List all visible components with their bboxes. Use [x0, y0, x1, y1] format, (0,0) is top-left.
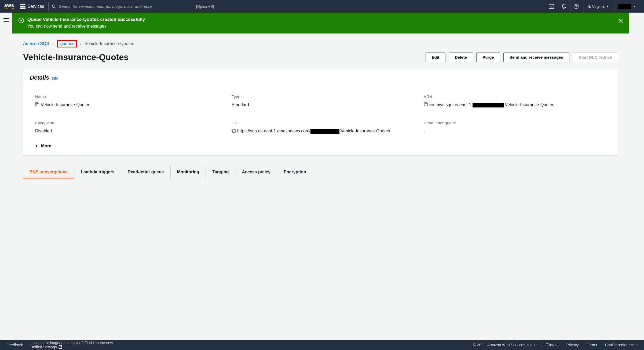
name-value: Vehicle-Insurance-Quotes	[41, 102, 90, 108]
details-heading: Details	[30, 74, 49, 81]
chevron-down-icon	[633, 5, 636, 8]
svg-line-1	[55, 7, 56, 8]
url-label: URL	[232, 121, 407, 125]
more-label: More	[41, 144, 51, 148]
tab-dead-letter-queue[interactable]: Dead-letter queue	[121, 166, 171, 178]
copy-url-button[interactable]	[232, 129, 236, 133]
tab-monitoring[interactable]: Monitoring	[171, 166, 206, 178]
svg-point-0	[52, 5, 55, 8]
search-input[interactable]	[59, 4, 193, 9]
tab-encryption[interactable]: Encryption	[277, 166, 313, 178]
search-shortcut: [Option+S]	[196, 4, 214, 9]
tab-tagging[interactable]: Tagging	[206, 166, 235, 178]
tab-lambda-triggers[interactable]: Lambda triggers	[74, 166, 121, 178]
user-name-redacted	[618, 4, 631, 9]
url-account-redacted	[310, 129, 339, 134]
user-menu[interactable]	[614, 0, 640, 13]
dlq-label: Dead-letter queue	[424, 121, 606, 125]
bell-icon	[561, 4, 566, 9]
edit-button[interactable]: Edit	[426, 53, 445, 62]
close-icon	[618, 18, 623, 23]
tab-access-policy[interactable]: Access policy	[235, 166, 277, 178]
encryption-value: Disabled	[35, 128, 52, 135]
side-nav-toggle[interactable]	[3, 18, 9, 178]
success-icon	[18, 17, 24, 23]
encryption-label: Encryption	[35, 121, 215, 125]
send-receive-button[interactable]: Send and receive messages	[503, 53, 569, 62]
banner-title: Queue Vehicle-Insurance-Quotes created s…	[27, 17, 145, 22]
tab-sns-subscriptions[interactable]: SNS subscriptions	[23, 166, 74, 178]
arn-value: arn:aws:sqs:us-east-1::Vehicle-Insurance…	[429, 102, 554, 108]
region-selector[interactable]: N. Virginia	[583, 0, 613, 13]
purge-button[interactable]: Purge	[476, 53, 500, 62]
copy-name-button[interactable]	[35, 102, 39, 106]
arn-label: ARN	[424, 94, 606, 99]
svg-rect-2	[549, 4, 554, 9]
type-label: Type	[232, 94, 407, 99]
triangle-right-icon	[35, 144, 38, 148]
help-icon	[573, 4, 579, 9]
success-banner: Queue Vehicle-Insurance-Quotes created s…	[12, 13, 629, 33]
copy-icon	[232, 129, 236, 133]
services-label: Services	[28, 4, 44, 9]
cloudshell-button[interactable]	[546, 0, 557, 13]
copy-icon	[424, 102, 428, 106]
notifications-button[interactable]	[558, 0, 569, 13]
url-value: https://sqs.us-east-1.amazonaws.com//Veh…	[237, 128, 390, 135]
more-toggle[interactable]: More	[35, 144, 606, 148]
delete-button[interactable]: Delete	[449, 53, 473, 62]
details-info-link[interactable]: Info	[52, 76, 58, 80]
breadcrumb: Amazon SQS › Queues › Vehicle-Insurance-…	[12, 33, 629, 50]
banner-subtitle: You can now send and receive messages.	[27, 24, 145, 29]
svg-point-12	[19, 18, 24, 23]
svg-rect-16	[36, 103, 39, 106]
start-dlq-redrive-button: Start DLQ redrive	[573, 53, 618, 62]
name-label: Name	[35, 94, 215, 99]
search-box[interactable]: [Option+S]	[48, 2, 217, 11]
dlq-value: -	[424, 128, 425, 135]
details-card: Details Info Name Vehicle-Insurance-Quot…	[23, 69, 618, 156]
hamburger-icon	[3, 18, 9, 22]
arn-account-redacted	[473, 103, 504, 107]
services-button[interactable]: Services	[20, 4, 44, 9]
chevron-down-icon	[606, 5, 609, 8]
page-title: Vehicle-Insurance-Quotes	[23, 52, 129, 62]
top-nav: aws Services [Option+S] N. Virginia	[0, 0, 644, 13]
copy-arn-button[interactable]	[424, 102, 428, 106]
cloudshell-icon	[549, 4, 554, 9]
svg-rect-18	[425, 103, 427, 106]
svg-point-5	[576, 8, 576, 8]
svg-rect-20	[233, 130, 235, 132]
region-label: N. Virginia	[587, 4, 605, 9]
copy-icon	[35, 102, 39, 106]
search-icon	[52, 4, 56, 9]
breadcrumb-current: Vehicle-Insurance-Quotes	[85, 41, 134, 46]
grid-icon	[20, 4, 25, 9]
breadcrumb-service[interactable]: Amazon SQS	[23, 41, 49, 46]
chevron-right-icon: ›	[52, 41, 54, 46]
help-button[interactable]	[570, 0, 582, 13]
breadcrumb-queues[interactable]: Queues	[59, 41, 74, 46]
type-value: Standard	[232, 102, 249, 108]
chevron-right-icon: ›	[80, 41, 81, 46]
tabs: SNS subscriptions Lambda triggers Dead-l…	[23, 166, 618, 178]
aws-logo[interactable]: aws	[4, 3, 15, 10]
banner-close-button[interactable]	[618, 18, 623, 23]
